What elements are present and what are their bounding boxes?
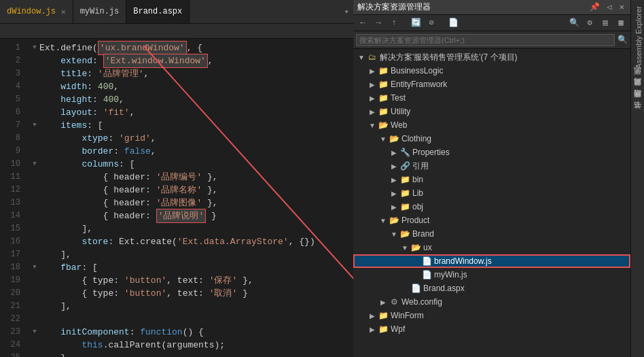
brand-desc-str: '品牌说明': [156, 209, 207, 223]
tree-bin[interactable]: ▶ 📁 bin: [353, 173, 630, 186]
tree-obj-expand[interactable]: ▶: [389, 203, 399, 211]
tree-web[interactable]: ▼ 📂 Web: [353, 118, 630, 132]
side-tab-callhierarchy[interactable]: 调用层次结构: [631, 97, 644, 109]
se-tb-up[interactable]: ↑: [387, 17, 401, 29]
tree-clothing-expand[interactable]: ▼: [378, 135, 389, 143]
tree-wc-expand[interactable]: ▶: [378, 299, 389, 306]
tree-test[interactable]: ▶ 📁 Test: [353, 91, 630, 105]
se-search-input[interactable]: [356, 34, 615, 46]
code-line-24: this.callParent(arguments);: [30, 339, 353, 352]
side-tab-assembly[interactable]: Assembly Explorer: [631, 0, 644, 74]
tree-ref[interactable]: ▶ 🔗 引用: [353, 159, 630, 173]
se-tb-forward[interactable]: →: [372, 17, 385, 29]
js-brandwindow-icon: 📄: [421, 256, 432, 267]
code-line-18: ▼ fbar: [: [30, 261, 353, 274]
tree-wpf[interactable]: ▶ 📁 Wpf: [353, 322, 630, 336]
se-pin-btn[interactable]: 📌: [588, 1, 602, 13]
tree-entity-label: EntityFramwork: [391, 80, 447, 89]
tree-clothing-label: Clothing: [401, 134, 431, 143]
config-icon: ⚙: [389, 296, 399, 307]
tree-wf-expand[interactable]: ▶: [367, 312, 378, 320]
brand-window-str: 'ux.brandWindow': [98, 41, 187, 55]
se-tb-view[interactable]: ▤: [598, 17, 612, 29]
code-line-22: [30, 313, 353, 326]
tree-bin-label: bin: [412, 175, 423, 184]
code-line-2: extend: 'Ext.window.Window',: [30, 54, 353, 67]
tab-bar: dWindow.js ✕ myWin.js Brand.aspx ▾: [0, 0, 353, 24]
tree-ux-expand[interactable]: ▼: [399, 244, 410, 252]
code-line-13: { header: '品牌图像' },: [30, 197, 353, 209]
tree-product[interactable]: ▼ 📂 Product: [353, 214, 630, 227]
code-lines: ▼ Ext.define('ux.brandWindow', { extend:…: [24, 39, 353, 357]
ref-icon: 🔗: [399, 160, 410, 171]
tree-lib-label: Lib: [412, 188, 423, 198]
se-tb-search2[interactable]: 🔍: [567, 17, 581, 29]
tree-root-expand[interactable]: ▼: [356, 54, 367, 61]
fold-18[interactable]: ▼: [30, 263, 39, 273]
tree-bl-expand[interactable]: ▶: [367, 67, 378, 75]
tree-test-label: Test: [391, 93, 406, 103]
side-tab-brush[interactable]: 画笔: [631, 74, 644, 86]
tab-dropdown-btn[interactable]: ▾: [340, 0, 353, 23]
tree-bin-expand[interactable]: ▶: [389, 176, 399, 184]
tree-winform[interactable]: ▶ 📁 WinForm: [353, 309, 630, 322]
fold-23[interactable]: ▼: [30, 328, 39, 337]
fold-10[interactable]: ▼: [30, 160, 39, 169]
tree-utility-expand[interactable]: ▶: [367, 108, 378, 116]
tree-clothing[interactable]: ▼ 📂 Clothing: [353, 132, 630, 146]
tree-ref-expand[interactable]: ▶: [389, 163, 399, 170]
tree-properties[interactable]: ▶ 🔧 Properties: [353, 146, 630, 159]
code-line-10: ▼ columns: [: [30, 158, 353, 171]
code-editor: 12345 678910 1112131415 1617181920 21222…: [0, 39, 353, 357]
tree-utility[interactable]: ▶ 📁 Utility: [353, 105, 630, 118]
side-tab-bookmark[interactable]: 书签: [631, 109, 644, 120]
code-line-19: { type: 'button', text: '保存' },: [30, 274, 353, 287]
code-line-7: ▼ items: [: [30, 119, 353, 132]
folder-wf-icon: 📁: [378, 310, 389, 321]
tree-test-expand[interactable]: ▶: [367, 95, 378, 102]
fold-7[interactable]: ▼: [30, 121, 39, 131]
se-tb-copy[interactable]: 📄: [446, 17, 460, 29]
tree-brand[interactable]: ▼ 📂 Brand: [353, 227, 630, 241]
tree-ref-label: 引用: [412, 160, 429, 172]
tree-props-expand[interactable]: ▶: [389, 149, 399, 156]
tree-product-expand[interactable]: ▼: [378, 217, 389, 224]
folder-product-icon: 📂: [389, 215, 399, 226]
code-line-15: ],: [30, 222, 353, 235]
solution-icon: 🗂: [367, 52, 378, 63]
se-arrow-btn[interactable]: ◁: [605, 1, 614, 13]
tree-brandwindow-js[interactable]: 📄 brandWindow.js: [353, 254, 630, 268]
tab-brand[interactable]: Brand.aspx: [126, 0, 190, 23]
tree-webconfig[interactable]: ▶ ⚙ Web.config: [353, 295, 630, 309]
tree-brand-aspx[interactable]: 📄 Brand.aspx: [353, 282, 630, 295]
tree-wpf-expand[interactable]: ▶: [367, 326, 378, 333]
code-line-11: { header: '品牌编号' },: [30, 171, 353, 184]
tree-entity[interactable]: ▶ 📁 EntityFramwork: [353, 78, 630, 91]
se-search-icon: 🔍: [618, 35, 628, 45]
tree-obj[interactable]: ▶ 📁 obj: [353, 200, 630, 214]
tree-brand-expand[interactable]: ▼: [389, 231, 399, 238]
se-close-btn[interactable]: ✕: [618, 1, 626, 13]
fold-1[interactable]: ▼: [30, 44, 39, 53]
tree-lib-expand[interactable]: ▶: [389, 190, 399, 197]
tree-wf-label: WinForm: [391, 311, 424, 320]
se-tb-more[interactable]: ▦: [614, 17, 628, 29]
tree-root[interactable]: ▼ 🗂 解决方案'服装销售管理系统'(7 个项目): [353, 50, 630, 64]
tab-dwindow[interactable]: dWindow.js ✕: [0, 0, 73, 23]
se-tb-refresh[interactable]: 🔄: [409, 17, 423, 29]
tree-businesslogic[interactable]: ▶ 📁 BusinessLogic: [353, 64, 630, 78]
tree-entity-expand[interactable]: ▶: [367, 81, 378, 88]
tree-ux[interactable]: ▼ 📂 ux: [353, 241, 630, 254]
side-tab-objbrowser[interactable]: 对象浏览器: [631, 86, 644, 97]
se-tb-stop[interactable]: ⊘: [425, 17, 438, 29]
tab-dwindow-close[interactable]: ✕: [61, 7, 66, 16]
se-tb-settings[interactable]: ⚙: [583, 17, 596, 29]
editor-toolbar: [0, 24, 353, 39]
code-line-6: layout: 'fit',: [30, 106, 353, 119]
tree-web-expand[interactable]: ▼: [367, 122, 378, 129]
tab-mywin[interactable]: myWin.js: [73, 0, 127, 23]
se-tb-back[interactable]: ←: [356, 17, 370, 29]
tree-root-label: 解决方案'服装销售管理系统'(7 个项目): [380, 52, 518, 63]
tree-mywin-js[interactable]: 📄 myWin.js: [353, 268, 630, 282]
tree-lib[interactable]: ▶ 📁 Lib: [353, 186, 630, 200]
